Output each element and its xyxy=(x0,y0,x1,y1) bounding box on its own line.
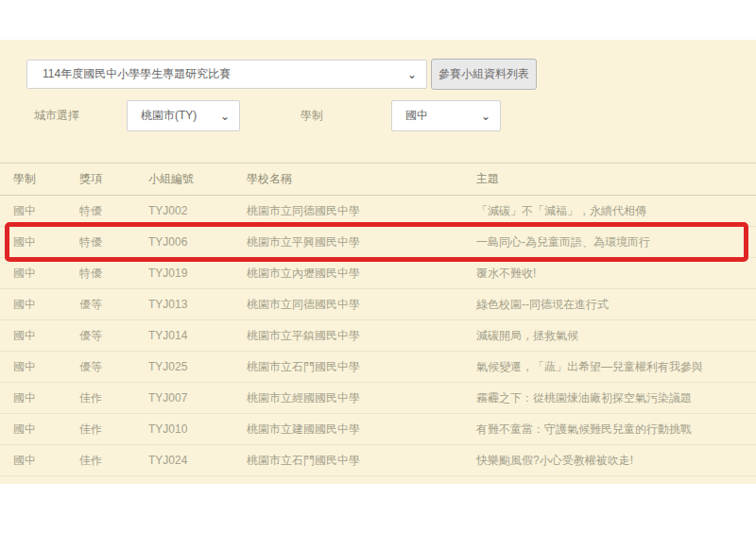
competition-select[interactable]: 114年度國民中小學學生專題研究比賽 ⌄ xyxy=(26,60,427,89)
cell-topic: 有難不童當：守護氣候難民兒童的行動挑戰 xyxy=(476,422,743,438)
header-school-name: 學校名稱 xyxy=(247,171,476,187)
cell-group-id: TYJ019 xyxy=(148,267,247,280)
cell-award: 特優 xyxy=(79,234,148,250)
chevron-down-icon: ⌄ xyxy=(220,111,239,122)
cell-school: 桃園市立內壢國民中學 xyxy=(247,266,476,282)
competition-select-value: 114年度國民中小學學生專題研究比賽 xyxy=(27,66,407,82)
cell-award: 特優 xyxy=(79,266,148,282)
cell-system: 國中 xyxy=(13,234,79,250)
city-select-label: 城市選擇 xyxy=(34,100,79,131)
cell-system: 國中 xyxy=(13,453,79,469)
cell-school: 桃園市立同德國民中學 xyxy=(247,297,476,313)
table-row: 國中佳作TYJ024桃園市立石門國民中學快樂颱風假?小心受教權被吹走! xyxy=(0,445,756,476)
cell-award: 優等 xyxy=(79,297,148,313)
school-system-label: 學制 xyxy=(301,100,323,131)
cell-topic: 減碳開局，拯救氣候 xyxy=(476,328,743,344)
cell-system: 國中 xyxy=(13,390,79,406)
cell-system: 國中 xyxy=(13,328,79,344)
header-topic: 主題 xyxy=(476,171,743,187)
cell-group-id: TYJ006 xyxy=(148,235,247,249)
cell-group-id: TYJ007 xyxy=(148,391,247,405)
cell-topic: 一島同心-為兒童而語、為環境而行 xyxy=(476,234,743,250)
content-panel: 114年度國民中小學學生專題研究比賽 ⌄ 參賽小組資料列表 城市選擇 桃園市(T… xyxy=(0,40,756,484)
cell-topic: 「減碳」不「減福」，永續代相傳 xyxy=(476,203,743,219)
cell-award: 特優 xyxy=(79,203,148,219)
cell-group-id: TYJ010 xyxy=(148,422,247,436)
table-row: 國中佳作TYJ010桃園市立建國國民中學有難不童當：守護氣候難民兒童的行動挑戰 xyxy=(0,414,756,445)
cell-group-id: TYJ013 xyxy=(148,298,247,311)
cell-award: 優等 xyxy=(79,359,148,375)
table-row: 國中優等TYJ025桃園市立石門國民中學氣候變遷，「蔬」出希望—兒童權利有我參與 xyxy=(0,352,756,383)
header-award: 獎項 xyxy=(79,171,148,187)
table-row: 國中特優TYJ006桃園市立平興國民中學一島同心-為兒童而語、為環境而行 xyxy=(0,227,756,258)
cell-award: 優等 xyxy=(79,328,148,344)
cell-school: 桃園市立建國國民中學 xyxy=(247,422,476,438)
cell-group-id: TYJ024 xyxy=(148,454,247,467)
cell-award: 佳作 xyxy=(79,390,148,406)
table-body: 國中特優TYJ002桃園市立同德國民中學「減碳」不「減福」，永續代相傳國中特優T… xyxy=(0,196,756,476)
cell-school: 桃園市立同德國民中學 xyxy=(247,203,476,219)
cell-system: 國中 xyxy=(13,359,79,375)
table-header-row: 學制 獎項 小組編號 學校名稱 主題 xyxy=(0,163,756,196)
cell-system: 國中 xyxy=(13,203,79,219)
cell-group-id: TYJ025 xyxy=(148,360,247,373)
chevron-down-icon: ⌄ xyxy=(407,69,426,80)
cell-school: 桃園市立平鎮國民中學 xyxy=(247,328,476,344)
participant-list-button[interactable]: 參賽小組資料列表 xyxy=(431,59,537,90)
cell-topic: 快樂颱風假?小心受教權被吹走! xyxy=(476,453,743,469)
city-select-value: 桃園市(TY) xyxy=(128,108,220,124)
city-select[interactable]: 桃園市(TY) ⌄ xyxy=(127,100,240,131)
table-row: 國中優等TYJ013桃園市立同德國民中學綠色校園--同德現在進行式 xyxy=(0,289,756,320)
table-row: 國中優等TYJ014桃園市立平鎮國民中學減碳開局，拯救氣候 xyxy=(0,320,756,352)
cell-school: 桃園市立平興國民中學 xyxy=(247,234,476,250)
cell-system: 國中 xyxy=(13,297,79,313)
cell-system: 國中 xyxy=(13,266,79,282)
cell-award: 佳作 xyxy=(79,422,148,438)
results-table: 學制 獎項 小組編號 學校名稱 主題 國中特優TYJ002桃園市立同德國民中學「… xyxy=(0,163,756,476)
school-system-select[interactable]: 國中 ⌄ xyxy=(391,100,501,131)
cell-system: 國中 xyxy=(13,422,79,438)
cell-school: 桃園市立經國國民中學 xyxy=(247,390,476,406)
cell-school: 桃園市立石門國民中學 xyxy=(247,359,476,375)
cell-group-id: TYJ014 xyxy=(148,329,247,342)
cell-topic: 綠色校園--同德現在進行式 xyxy=(476,297,743,313)
cell-topic: 氣候變遷，「蔬」出希望—兒童權利有我參與 xyxy=(476,359,743,375)
cell-topic: 覆水不難收! xyxy=(476,266,743,282)
cell-school: 桃園市立石門國民中學 xyxy=(247,453,476,469)
school-system-select-value: 國中 xyxy=(392,108,481,124)
header-school-system: 學制 xyxy=(13,171,79,187)
header-group-id: 小組編號 xyxy=(148,171,247,187)
cell-group-id: TYJ002 xyxy=(148,204,247,217)
cell-award: 佳作 xyxy=(79,453,148,469)
chevron-down-icon: ⌄ xyxy=(481,111,500,122)
cell-topic: 霧霾之下：從桃園煉油廠初探空氣污染議題 xyxy=(476,390,743,406)
table-row: 國中特優TYJ002桃園市立同德國民中學「減碳」不「減福」，永續代相傳 xyxy=(0,196,756,227)
table-row: 國中佳作TYJ007桃園市立經國國民中學霧霾之下：從桃園煉油廠初探空氣污染議題 xyxy=(0,383,756,414)
table-row: 國中特優TYJ019桃園市立內壢國民中學覆水不難收! xyxy=(0,258,756,289)
